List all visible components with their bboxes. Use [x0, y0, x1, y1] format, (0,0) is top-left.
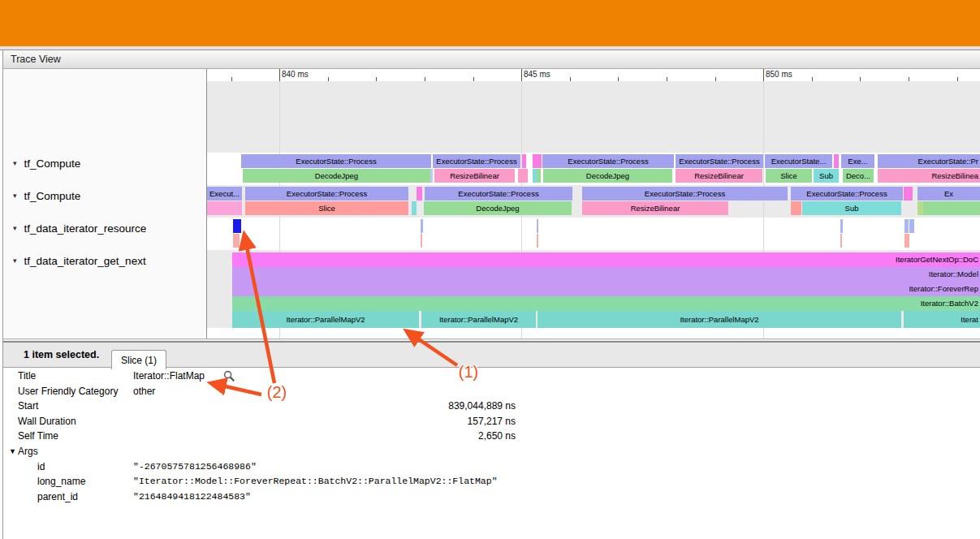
trace-slice[interactable]: [421, 219, 423, 233]
trace-slice[interactable]: [233, 234, 240, 248]
track-header-tf_Compute[interactable]: ▾tf_Compute: [3, 156, 205, 170]
trace-slice[interactable]: Iterator::BatchV2: [232, 296, 980, 311]
trace-slice[interactable]: ResizeBilinea: [878, 169, 980, 183]
track-header-tf_Compute[interactable]: ▾tf_Compute: [3, 188, 205, 203]
trace-slice[interactable]: [840, 219, 843, 233]
trace-slice[interactable]: Iterator::ParallelMapV2: [421, 311, 536, 328]
trace-slice[interactable]: [904, 234, 909, 248]
trace-slice[interactable]: ExecutorState::Pr: [878, 154, 980, 168]
ruler-minor-tick: [812, 77, 813, 81]
trace-slice[interactable]: ExecutorState::Process: [542, 154, 674, 168]
trace-slice[interactable]: ExecutorState::Process: [425, 187, 572, 201]
trace-slice[interactable]: [791, 201, 801, 215]
trace-slice[interactable]: ExecutorState...: [765, 154, 832, 168]
details-row: Self Time2,650 ns: [3, 429, 980, 444]
tab-slice[interactable]: Slice (1): [111, 350, 166, 369]
trace-slice[interactable]: ResizeBilinear: [434, 169, 515, 183]
trace-slice[interactable]: [207, 201, 242, 215]
trace-slice[interactable]: DecodeJpeg: [424, 201, 572, 215]
collapse-triangle-icon[interactable]: ▾: [13, 192, 17, 200]
ruler-minor-tick: [667, 77, 667, 81]
args-collapse-icon[interactable]: ▼: [9, 447, 16, 455]
trace-slice[interactable]: [430, 169, 433, 183]
trace-slice[interactable]: [537, 219, 538, 233]
trace-slice[interactable]: [834, 154, 839, 168]
detail-value: other: [133, 386, 155, 397]
trace-slice[interactable]: Iterator::ForeverRep: [232, 282, 980, 296]
track-background-band: [207, 218, 980, 250]
window-left-border: [2, 50, 3, 539]
ruler-minor-tick: [570, 77, 571, 81]
ruler-minor-tick: [909, 77, 909, 81]
trace-slice[interactable]: ResizeBilinear: [676, 169, 762, 183]
detail-label: Self Time: [18, 430, 58, 442]
arg-key: parent_id: [37, 491, 78, 502]
collapse-triangle-icon[interactable]: ▾: [13, 257, 17, 265]
trace-slice[interactable]: IteratorGetNextOp::DoC: [232, 252, 980, 267]
magnifier-icon[interactable]: [223, 370, 235, 385]
app-header-bar: [0, 0, 980, 46]
trace-slice[interactable]: [233, 219, 241, 233]
trace-slice[interactable]: [909, 219, 914, 233]
trace-slice[interactable]: [417, 187, 422, 201]
details-header: 1 item selected. Slice (1): [3, 343, 980, 368]
details-panel: TitleIterator::FlatMapUser Friendly Cate…: [3, 369, 980, 539]
arg-row: long_name"Iterator::Model::ForeverRepeat…: [3, 474, 980, 489]
trace-slice[interactable]: ExecutorState::Process: [676, 154, 763, 168]
trace-slice[interactable]: [522, 154, 526, 168]
track-label: tf_Compute: [24, 157, 81, 170]
trace-slice[interactable]: [923, 201, 980, 215]
trace-slice[interactable]: ExecutorState::Process: [433, 154, 520, 168]
trace-slice[interactable]: Slice: [245, 201, 408, 215]
trace-slice[interactable]: Execut...: [207, 187, 242, 201]
trace-slice[interactable]: [917, 201, 923, 215]
trace-slice[interactable]: [840, 234, 842, 248]
trace-slice[interactable]: Iterator::ParallelMapV2: [537, 311, 901, 328]
ruler-minor-tick: [618, 77, 619, 81]
trace-slice[interactable]: Iterat: [904, 311, 980, 328]
trace-slice[interactable]: [537, 234, 538, 248]
arg-value: "Iterator::Model::ForeverRepeat::BatchV2…: [133, 476, 498, 486]
trace-slice[interactable]: Slice: [766, 169, 812, 183]
trace-slice[interactable]: DecodeJpeg: [243, 169, 430, 183]
trace-canvas[interactable]: 840 ms845 ms850 msExecutorState::Process…: [207, 69, 980, 338]
trace-slice[interactable]: [537, 169, 541, 183]
args-section-header[interactable]: ▼Args: [3, 444, 980, 459]
trace-slice[interactable]: ResizeBilinear: [582, 201, 728, 215]
ruler-tick-label: 840 ms: [282, 70, 309, 79]
trace-slice[interactable]: [533, 154, 542, 168]
trace-view-title: Trace View: [11, 54, 61, 65]
trace-slice[interactable]: ExecutorState::Process: [245, 187, 408, 201]
trace-slice[interactable]: ExecutorState::Process: [791, 187, 903, 201]
trace-slice[interactable]: [518, 169, 528, 183]
ruler-major-tick: [763, 69, 764, 81]
collapse-triangle-icon[interactable]: ▾: [13, 159, 17, 167]
trace-slice[interactable]: [904, 219, 909, 233]
trace-slice[interactable]: Sub: [802, 201, 901, 215]
trace-slice[interactable]: ExecutorState::Process: [241, 154, 431, 168]
trace-slice[interactable]: Iterator::ParallelMapV2: [232, 311, 419, 328]
ruler-minor-tick: [860, 77, 861, 81]
trace-slice[interactable]: DecodeJpeg: [543, 169, 672, 183]
collapse-triangle-icon[interactable]: ▾: [13, 224, 17, 232]
details-row: Start839,044,889 ns: [3, 399, 980, 414]
ruler-major-tick: [521, 69, 522, 81]
track-header-tf_data_iterator_get_next[interactable]: ▾tf_data_iterator_get_next: [3, 253, 205, 268]
trace-slice[interactable]: [421, 234, 422, 248]
track-background-band: [207, 81, 980, 153]
details-row: TitleIterator::FlatMap: [3, 369, 980, 384]
ruler-tick-label: 850 ms: [766, 70, 792, 79]
ruler-minor-tick: [957, 77, 958, 81]
trace-slice[interactable]: [904, 187, 913, 201]
trace-slice[interactable]: Sub: [814, 169, 839, 183]
trace-slice[interactable]: Deco...: [843, 169, 874, 183]
ruler-minor-tick: [231, 77, 232, 81]
track-background-band: [207, 328, 980, 338]
trace-slice[interactable]: Ex: [917, 187, 980, 201]
arg-value: "2164849418122484583": [133, 491, 251, 502]
trace-slice[interactable]: Iterator::Model: [232, 267, 980, 282]
trace-slice[interactable]: [412, 201, 417, 215]
trace-slice[interactable]: ExecutorState::Process: [582, 187, 788, 201]
track-header-tf_data_iterator_resource[interactable]: ▾tf_data_iterator_resource: [3, 221, 205, 235]
trace-slice[interactable]: Exe...: [841, 154, 874, 168]
